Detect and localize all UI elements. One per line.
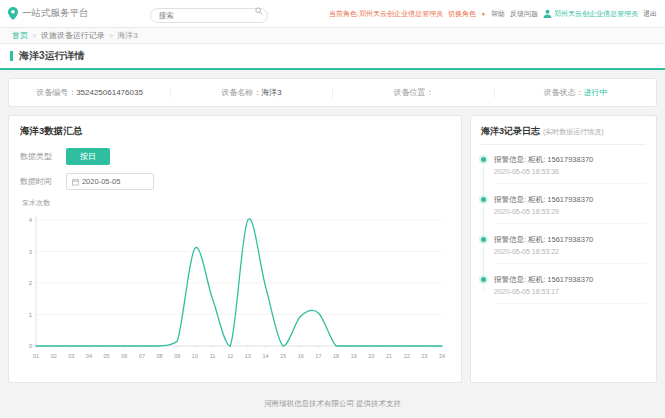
breadcrumb-current: 海洋3 — [117, 30, 137, 41]
log-entry-time: 2020-05-05 18:53:22 — [494, 248, 646, 255]
user-icon — [543, 9, 552, 18]
by-day-button[interactable]: 按日 — [66, 148, 110, 165]
date-input[interactable] — [82, 177, 148, 186]
device-info-card: 设备编号：352425061476035 设备名称：海洋3 设备位置： 设备状态… — [8, 78, 657, 107]
help-link[interactable]: 帮助 — [491, 9, 505, 19]
brand: 一站式服务平台 — [8, 7, 89, 20]
log-card: 海洋3记录日志 (实时数据运行情况) 报警信息: 柜机: 15617938370… — [470, 115, 657, 383]
svg-text:16: 16 — [298, 353, 304, 359]
device-id-label: 设备编号： — [36, 88, 76, 97]
device-id-cell: 设备编号：352425061476035 — [9, 87, 171, 98]
svg-text:0: 0 — [29, 343, 33, 349]
search-input[interactable] — [150, 8, 268, 23]
data-type-label: 数据类型 — [20, 151, 66, 162]
calendar-icon — [72, 178, 79, 186]
header-search-area — [89, 4, 330, 23]
svg-text:03: 03 — [68, 353, 74, 359]
breadcrumb-separator: > — [32, 31, 37, 40]
log-entry-text: 报警信息: 柜机: 15617938370 — [494, 275, 646, 285]
brand-title: 一站式服务平台 — [22, 7, 89, 20]
date-picker[interactable] — [66, 173, 154, 190]
search-icon[interactable] — [255, 7, 263, 15]
log-entry: 报警信息: 柜机: 15617938370 2020-05-05 18:53:1… — [494, 275, 646, 304]
device-location-cell: 设备位置： — [333, 87, 495, 98]
usage-chart: 0123401020304050607080910111213141516171… — [20, 210, 450, 362]
user-menu[interactable]: 郑州天云创企业信息管理员 — [543, 9, 638, 19]
device-status-cell: 设备状态：进行中 — [495, 87, 656, 98]
device-id-value: 352425061476035 — [76, 88, 143, 97]
chevron-down-icon: ▼ — [481, 11, 486, 17]
device-name-label: 设备名称： — [221, 88, 261, 97]
svg-text:3: 3 — [29, 249, 33, 255]
data-summary-card: 海洋3数据汇总 数据类型 按日 数据时间 泵水次数 — [8, 115, 462, 383]
log-entry: 报警信息: 柜机: 15617938370 2020-05-05 18:53:2… — [494, 195, 646, 224]
log-entry-time: 2020-05-05 18:53:36 — [494, 168, 646, 175]
svg-text:08: 08 — [157, 353, 163, 359]
log-entry-text: 报警信息: 柜机: 15617938370 — [494, 235, 646, 245]
breadcrumb: 首页 > 设施设备运行记录 > 海洋3 — [0, 28, 665, 44]
data-time-label: 数据时间 — [20, 176, 66, 187]
svg-text:14: 14 — [262, 353, 268, 359]
device-status-badge: 进行中 — [584, 88, 608, 97]
svg-text:19: 19 — [351, 353, 357, 359]
device-status-label: 设备状态： — [544, 88, 584, 97]
svg-text:13: 13 — [245, 353, 251, 359]
header-right: 当前角色:郑州天云创企业信息管理员 切换角色 ▼ 帮助 反馈问题 郑州天云创企业… — [329, 9, 657, 19]
current-role-label: 当前角色:郑州天云创企业信息管理员 — [329, 9, 443, 19]
breadcrumb-home[interactable]: 首页 — [12, 30, 28, 41]
device-name-cell: 设备名称：海洋3 — [171, 87, 333, 98]
log-title: 海洋3记录日志 — [481, 125, 540, 138]
log-entry: 报警信息: 柜机: 15617938370 2020-05-05 18:53:3… — [494, 155, 646, 184]
device-location-label: 设备位置： — [394, 88, 434, 97]
svg-text:07: 07 — [139, 353, 145, 359]
breadcrumb-separator: > — [109, 31, 114, 40]
log-entry-time: 2020-05-05 18:53:17 — [494, 288, 646, 295]
switch-role-link[interactable]: 切换角色 — [448, 9, 476, 19]
page-title-strip: 海洋3运行详情 — [0, 44, 665, 70]
log-entry-text: 报警信息: 柜机: 15617938370 — [494, 155, 646, 165]
svg-text:10: 10 — [192, 353, 198, 359]
device-name-value: 海洋3 — [261, 88, 281, 97]
location-pin-logo-icon — [8, 7, 18, 20]
svg-text:09: 09 — [174, 353, 180, 359]
svg-text:01: 01 — [33, 353, 39, 359]
log-timeline: 报警信息: 柜机: 15617938370 2020-05-05 18:53:3… — [481, 155, 646, 304]
chart-area: 泵水次数 01234010203040506070809101112131415… — [20, 198, 450, 366]
page-title: 海洋3运行详情 — [19, 49, 85, 63]
svg-text:17: 17 — [315, 353, 321, 359]
svg-text:04: 04 — [86, 353, 92, 359]
log-entry-text: 报警信息: 柜机: 15617938370 — [494, 195, 646, 205]
log-subtitle: (实时数据运行情况) — [543, 127, 604, 137]
svg-text:11: 11 — [210, 353, 216, 359]
svg-text:15: 15 — [280, 353, 286, 359]
footer-text: 河南瑞祺信息技术有限公司 提供技术支持 — [0, 391, 665, 417]
y-axis-label: 泵水次数 — [22, 198, 450, 208]
title-accent-bar — [10, 51, 13, 61]
data-summary-title: 海洋3数据汇总 — [20, 125, 450, 138]
svg-text:06: 06 — [121, 353, 127, 359]
svg-text:02: 02 — [51, 353, 57, 359]
svg-text:18: 18 — [333, 353, 339, 359]
svg-text:24: 24 — [439, 353, 445, 359]
svg-text:05: 05 — [104, 353, 110, 359]
feedback-link[interactable]: 反馈问题 — [510, 9, 538, 19]
log-header: 海洋3记录日志 (实时数据运行情况) — [481, 125, 646, 145]
svg-text:12: 12 — [227, 353, 233, 359]
breadcrumb-device-records[interactable]: 设施设备运行记录 — [41, 30, 105, 41]
svg-text:2: 2 — [29, 280, 33, 286]
svg-text:22: 22 — [404, 353, 410, 359]
log-entry: 报警信息: 柜机: 15617938370 2020-05-05 18:53:2… — [494, 235, 646, 264]
logout-link[interactable]: 退出 — [643, 9, 657, 19]
log-entry-time: 2020-05-05 18:53:29 — [494, 208, 646, 215]
svg-text:21: 21 — [386, 353, 392, 359]
svg-text:20: 20 — [368, 353, 374, 359]
top-header: 一站式服务平台 当前角色:郑州天云创企业信息管理员 切换角色 ▼ 帮助 反馈问题… — [0, 0, 665, 28]
svg-text:1: 1 — [29, 312, 33, 318]
svg-text:4: 4 — [29, 217, 33, 223]
username-label: 郑州天云创企业信息管理员 — [554, 9, 638, 19]
svg-text:23: 23 — [421, 353, 427, 359]
